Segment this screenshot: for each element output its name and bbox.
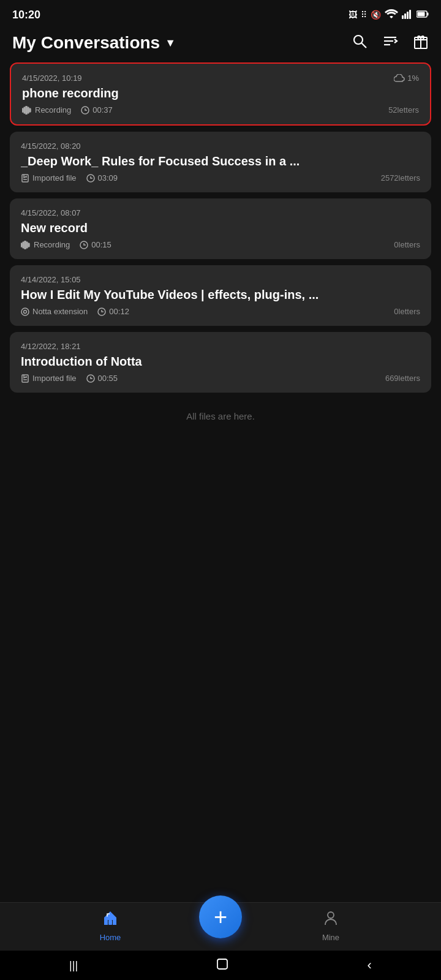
svg-point-32: [24, 310, 27, 313]
header-title[interactable]: My Conversations ▼: [12, 33, 176, 53]
svg-rect-5: [428, 13, 429, 16]
svg-rect-3: [409, 10, 411, 19]
svg-rect-27: [24, 241, 26, 249]
conv-letter-count: 52letters: [388, 105, 419, 115]
status-bar: 10:20 🖼 ⠿ 🔇: [0, 0, 441, 27]
gift-icon[interactable]: [413, 33, 429, 53]
conv-title: New record: [21, 221, 420, 235]
conv-date: 4/12/2022, 18:21: [21, 342, 81, 351]
conv-type: Recording: [22, 105, 71, 115]
conv-date: 4/14/2022, 15:05: [21, 275, 81, 284]
conv-title: How I Edit My YouTube Videos | effects, …: [21, 288, 420, 302]
system-navigation: ||| ‹: [0, 951, 441, 980]
conv-card-top: 4/14/2022, 15:05: [21, 275, 420, 284]
mine-icon: [322, 909, 339, 930]
conv-title: phone recording: [22, 86, 419, 100]
conv-meta: Imported file 03:09 2572letters: [21, 173, 420, 183]
conversation-list: 4/15/2022, 10:19 1% phone recording: [0, 62, 441, 393]
conversation-item[interactable]: 4/15/2022, 10:19 1% phone recording: [10, 62, 431, 126]
svg-rect-2: [407, 12, 409, 19]
sort-icon[interactable]: [382, 33, 398, 53]
svg-rect-39: [217, 959, 227, 969]
conv-letter-count: 669letters: [385, 374, 420, 383]
conv-title: _Deep Work_ Rules for Focused Success in…: [21, 154, 420, 168]
all-files-message: All files are here.: [0, 393, 441, 434]
svg-rect-25: [21, 243, 22, 247]
svg-point-31: [21, 308, 29, 315]
conv-cloud-status: 1%: [394, 74, 419, 83]
mute-icon: 🔇: [371, 10, 381, 20]
conv-type: Notta extension: [21, 307, 88, 316]
conv-date: 4/15/2022, 10:19: [22, 74, 82, 83]
plus-icon: +: [214, 905, 227, 929]
conv-meta-left: Imported file 03:09: [21, 173, 118, 183]
home-icon: [102, 909, 119, 930]
svg-point-7: [354, 36, 363, 44]
mine-label: Mine: [322, 933, 339, 942]
svg-rect-16: [22, 108, 23, 112]
new-recording-fab[interactable]: +: [199, 895, 242, 938]
header-actions: [352, 33, 429, 53]
conversation-item[interactable]: 4/12/2022, 18:21 Introduction of Notta I…: [10, 332, 431, 393]
conv-duration: 00:15: [80, 240, 111, 249]
conv-card-top: 4/15/2022, 08:20: [21, 141, 420, 151]
conv-meta: Recording 00:15 0letters: [21, 240, 420, 249]
svg-rect-34: [22, 375, 28, 382]
dropdown-arrow-icon: ▼: [165, 37, 176, 50]
conv-letter-count: 0letters: [394, 240, 420, 249]
svg-rect-17: [24, 107, 25, 113]
conv-duration: 00:37: [81, 105, 113, 115]
conv-duration: 00:12: [97, 307, 129, 316]
recent-apps-button[interactable]: |||: [69, 959, 78, 972]
svg-rect-22: [22, 175, 28, 182]
svg-rect-37: [108, 920, 112, 925]
conversation-item[interactable]: 4/14/2022, 15:05 How I Edit My YouTube V…: [10, 265, 431, 326]
conv-type: Imported file: [21, 173, 77, 183]
conv-meta-left: Recording 00:37: [22, 105, 113, 115]
svg-rect-18: [26, 106, 27, 115]
battery-icon: [417, 10, 429, 20]
conv-card-top: 4/12/2022, 18:21: [21, 342, 420, 351]
conv-title: Introduction of Notta: [21, 355, 420, 369]
wifi-icon: [385, 9, 398, 21]
conv-date: 4/15/2022, 08:20: [21, 141, 81, 151]
home-button[interactable]: [216, 958, 228, 973]
conversation-item[interactable]: 4/15/2022, 08:20 _Deep Work_ Rules for F…: [10, 132, 431, 192]
conv-duration: 03:09: [86, 173, 118, 183]
nav-home[interactable]: Home: [74, 909, 147, 942]
status-icons: 🖼 ⠿ 🔇: [349, 9, 429, 21]
conv-date: 4/15/2022, 08:07: [21, 208, 81, 217]
conv-meta-left: Recording 00:15: [21, 240, 111, 249]
svg-rect-19: [28, 107, 29, 113]
header: My Conversations ▼: [0, 27, 441, 62]
conv-meta: Recording 00:37 52letters: [22, 105, 419, 115]
svg-rect-28: [26, 242, 28, 248]
conv-type: Imported file: [21, 374, 77, 383]
conv-meta-left: Imported file 00:55: [21, 374, 118, 383]
conv-card-top: 4/15/2022, 10:19 1%: [22, 74, 419, 83]
svg-rect-1: [404, 13, 406, 19]
conversation-item[interactable]: 4/15/2022, 08:07 New record Recording: [10, 198, 431, 259]
svg-point-38: [328, 912, 334, 918]
svg-rect-26: [23, 242, 24, 248]
conv-letter-count: 2572letters: [381, 173, 420, 183]
conv-card-top: 4/15/2022, 08:07: [21, 208, 420, 217]
page-title: My Conversations: [12, 33, 160, 53]
home-label: Home: [100, 933, 121, 942]
conv-duration: 00:55: [86, 374, 118, 383]
conv-type: Recording: [21, 240, 70, 249]
conv-letter-count: 0letters: [394, 307, 420, 316]
dots-icon: ⠿: [361, 10, 367, 20]
search-icon[interactable]: [352, 33, 368, 53]
conv-meta: Imported file 00:55 669letters: [21, 374, 420, 383]
svg-rect-0: [402, 15, 404, 19]
svg-rect-6: [418, 12, 425, 17]
svg-rect-20: [29, 108, 31, 112]
conv-meta-left: Notta extension 00:12: [21, 307, 129, 316]
svg-rect-29: [28, 243, 29, 247]
nav-mine[interactable]: Mine: [294, 909, 368, 942]
back-button[interactable]: ‹: [368, 957, 372, 973]
signal-icon: [402, 9, 413, 21]
status-time: 10:20: [12, 9, 40, 21]
conv-meta: Notta extension 00:12 0letters: [21, 307, 420, 316]
